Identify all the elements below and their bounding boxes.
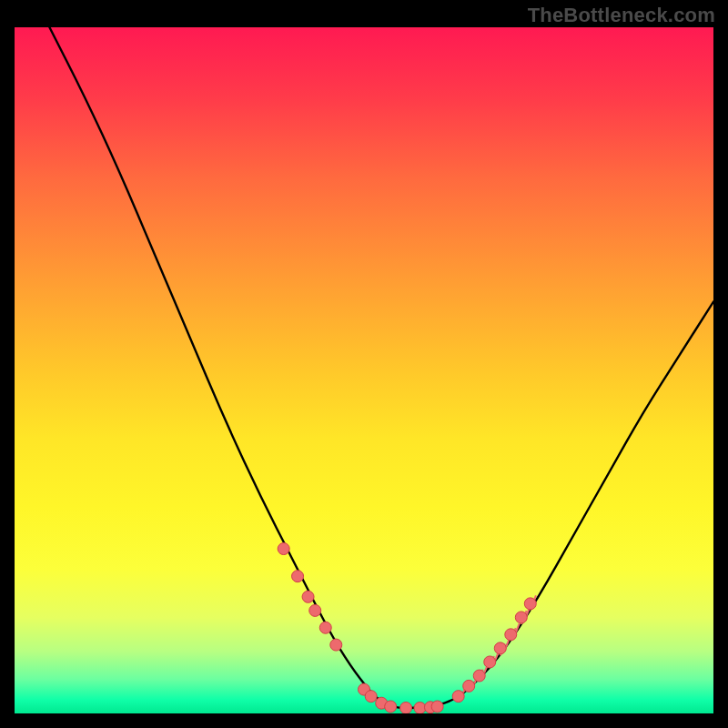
marker-dot [385, 701, 397, 713]
chart-frame: TheBottleneck.com [0, 0, 728, 728]
marker-dot [452, 691, 464, 703]
marker-dot [365, 691, 377, 703]
marker-dot [494, 642, 506, 654]
marker-dot [400, 702, 412, 713]
marker-dot [278, 543, 289, 555]
marker-dot [319, 622, 331, 633]
marker-dot [431, 701, 443, 713]
marker-dot [524, 598, 536, 610]
marker-dot [302, 591, 314, 602]
marker-dot [505, 629, 517, 641]
marker-dot [515, 612, 527, 623]
marker-dot [292, 571, 304, 582]
marker-dot [484, 656, 496, 668]
plot-area [15, 27, 713, 713]
curve-markers [278, 543, 536, 713]
marker-dot [309, 604, 321, 616]
marker-dot [463, 680, 475, 692]
marker-dot [473, 670, 485, 682]
bottleneck-curve [49, 27, 713, 708]
chart-svg [15, 27, 713, 713]
marker-dot [330, 639, 342, 651]
watermark-text: TheBottleneck.com [528, 4, 715, 27]
